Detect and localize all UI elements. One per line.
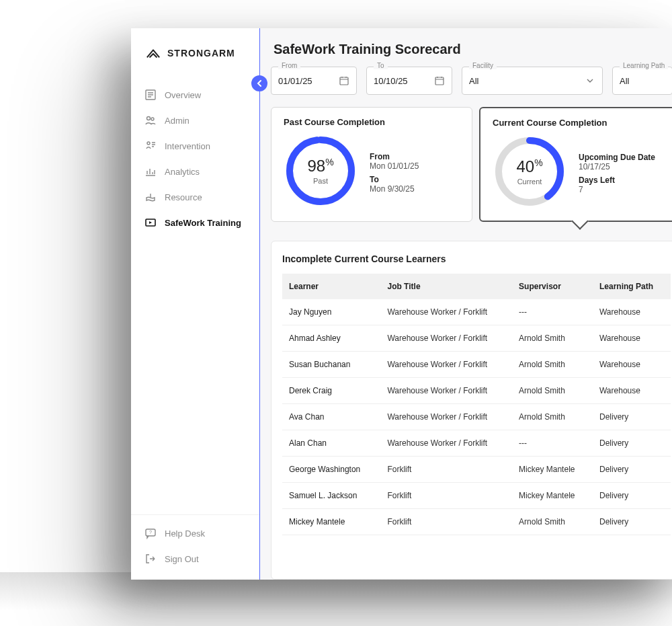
sidebar-item-overview[interactable]: Overview — [136, 82, 254, 108]
filter-bar: From 01/01/25 To 10/10/25 Facility All L… — [271, 67, 672, 95]
current-completion-card[interactable]: Current Course Completion 40% Current — [479, 107, 672, 222]
table-row[interactable]: Mickey ManteleForkliftArnold SmithDelive… — [282, 509, 671, 535]
table-row[interactable]: Ava ChanWarehouse Worker / ForkliftArnol… — [282, 404, 671, 430]
col-learner[interactable]: Learner — [282, 274, 380, 299]
resource-icon — [144, 191, 157, 203]
completion-cards: Past Course Completion 98% Past From — [271, 107, 672, 222]
table-cell: Warehouse Worker / Forklift — [380, 325, 512, 352]
past-completion-ring: 98% Past — [284, 134, 358, 208]
past-completion-card[interactable]: Past Course Completion 98% Past From — [271, 107, 472, 222]
col-job-title[interactable]: Job Title — [380, 274, 512, 299]
calendar-icon — [339, 75, 349, 86]
help-desk-icon: ? — [144, 527, 157, 539]
table-cell: Forklift — [380, 483, 512, 509]
learners-table: Learner Job Title Supervisor Learning Pa… — [282, 274, 671, 535]
field-label: To — [374, 62, 388, 69]
current-completion-ring: 40% Current — [493, 134, 566, 208]
table-cell: Delivery — [593, 483, 671, 509]
table-row[interactable]: Susan BuchananWarehouse Worker / Forklif… — [282, 352, 671, 378]
table-cell: Warehouse Worker / Forklift — [380, 430, 512, 457]
col-learning-path[interactable]: Learning Path — [593, 274, 671, 299]
table-cell: Ava Chan — [282, 404, 380, 430]
brand-logo: STRONGARM — [131, 28, 259, 79]
sign-out-icon — [144, 553, 157, 565]
sidebar-item-admin[interactable]: Admin — [136, 108, 254, 133]
ring-sublabel: Past — [313, 177, 328, 185]
table-cell: Alan Chan — [282, 430, 380, 457]
sidebar-item-safework-training[interactable]: SafeWork Training — [136, 210, 254, 235]
field-label: Facility — [469, 62, 497, 69]
device-shadow — [0, 572, 672, 626]
table-cell: Delivery — [593, 430, 671, 457]
field-label: From — [278, 62, 300, 69]
table-cell: Arnold Smith — [512, 404, 593, 430]
table-cell: Arnold Smith — [512, 352, 593, 378]
main-content: SafeWork Training Scorecard From 01/01/2… — [260, 28, 672, 580]
table-cell: Warehouse Worker / Forklift — [380, 299, 512, 325]
table-cell: Mickey Mantele — [282, 509, 380, 535]
table-row[interactable]: Alan ChanWarehouse Worker / Forklift---D… — [282, 430, 671, 457]
col-supervisor[interactable]: Supervisor — [512, 274, 593, 299]
table-row[interactable]: Derek CraigWarehouse Worker / ForkliftAr… — [282, 378, 671, 404]
sidebar-item-intervention[interactable]: Intervention — [136, 133, 254, 159]
sidebar-item-label: Intervention — [165, 141, 210, 151]
svg-text:?: ? — [149, 530, 152, 535]
table-cell: Forklift — [380, 457, 512, 483]
field-value: All — [620, 76, 629, 86]
sidebar-item-label: Overview — [165, 90, 201, 100]
sidebar-item-resource[interactable]: Resource — [136, 184, 254, 210]
sidebar-item-sign-out[interactable]: Sign Out — [136, 546, 254, 572]
svg-rect-8 — [435, 77, 444, 85]
field-value: 10/10/25 — [374, 76, 408, 86]
page-title: SafeWork Training Scorecard — [274, 42, 672, 57]
sidebar-item-analytics[interactable]: Analytics — [136, 159, 254, 184]
table-cell: Delivery — [593, 457, 671, 483]
facility-select[interactable]: Facility All — [462, 67, 603, 95]
analytics-icon — [144, 165, 157, 178]
table-row[interactable]: Samuel L. JacksonForkliftMickey ManteleD… — [282, 483, 671, 509]
table-cell: Warehouse Worker / Forklift — [380, 404, 512, 430]
svg-point-3 — [147, 142, 150, 145]
training-icon — [144, 217, 157, 229]
table-cell: Forklift — [380, 509, 512, 535]
sidebar: STRONGARM Overview Admin Intervention An… — [131, 28, 260, 580]
card-title: Current Course Completion — [493, 118, 667, 128]
table-cell: Arnold Smith — [512, 325, 593, 352]
table-cell: Arnold Smith — [512, 378, 593, 404]
collapse-sidebar-button[interactable] — [251, 75, 267, 91]
field-value: 01/01/25 — [278, 76, 312, 86]
sidebar-item-label: SafeWork Training — [165, 218, 241, 228]
ring-value: 40% — [516, 157, 542, 176]
calendar-icon — [434, 75, 445, 86]
panel-title: Incomplete Current Course Learners — [282, 253, 671, 264]
table-row[interactable]: Jay NguyenWarehouse Worker / Forklift---… — [282, 299, 671, 325]
card-title: Past Course Completion — [284, 117, 460, 127]
table-header-row: Learner Job Title Supervisor Learning Pa… — [282, 274, 671, 299]
table-cell: Jay Nguyen — [282, 299, 380, 325]
table-cell: Warehouse — [593, 378, 671, 404]
learners-panel: Incomplete Current Course Learners Learn… — [271, 241, 672, 580]
app-window: STRONGARM Overview Admin Intervention An… — [131, 28, 672, 580]
table-cell: Ahmad Ashley — [282, 325, 380, 352]
svg-point-1 — [147, 117, 151, 120]
table-cell: Mickey Mantele — [512, 457, 593, 483]
overview-icon — [144, 89, 157, 101]
ring-value: 98% — [307, 157, 333, 175]
chevron-left-icon — [256, 80, 263, 87]
footer-nav: ? Help Desk Sign Out — [131, 514, 259, 580]
table-cell: Mickey Mantele — [512, 483, 593, 509]
chevron-down-icon — [585, 75, 595, 86]
ring-sublabel: Current — [517, 178, 542, 186]
card-pointer-icon — [571, 212, 588, 229]
learning-path-select[interactable]: Learning Path All — [612, 67, 672, 95]
table-cell: Derek Craig — [282, 378, 380, 404]
table-cell: George Washington — [282, 457, 380, 483]
logo-icon — [146, 47, 161, 59]
table-row[interactable]: Ahmad AshleyWarehouse Worker / ForkliftA… — [282, 325, 671, 352]
table-row[interactable]: George WashingtonForkliftMickey ManteleD… — [282, 457, 671, 483]
to-date-field[interactable]: To 10/10/25 — [366, 67, 452, 95]
from-date-field[interactable]: From 01/01/25 — [271, 67, 357, 95]
sidebar-item-help-desk[interactable]: ? Help Desk — [136, 520, 254, 546]
brand-name: STRONGARM — [167, 48, 235, 58]
sidebar-item-label: Admin — [165, 116, 190, 126]
